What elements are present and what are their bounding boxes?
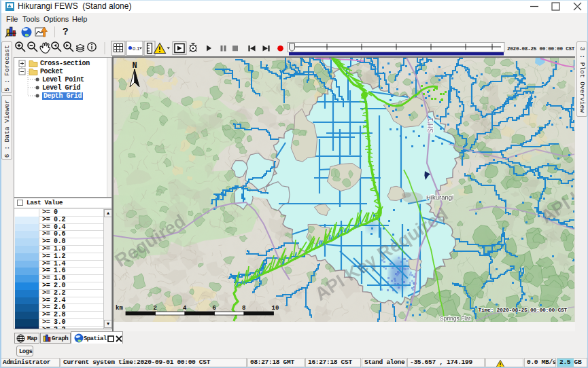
svg-text:Springs Flat: Springs Flat (440, 315, 471, 322)
svg-text:10: 10 (272, 305, 279, 312)
svg-text:Time: 2020-08-25 00:00:00 CST: Time: 2020-08-25 00:00:00 CST (478, 307, 567, 313)
svg-text:2020-08-25 00:00:00 CST: 2020-08-25 00:00:00 CST (507, 46, 575, 52)
svg-text:6: 6 (213, 305, 216, 312)
svg-text:8: 8 (242, 305, 245, 312)
svg-text:0.1: 0.1 (133, 45, 139, 52)
svg-text:N: N (132, 61, 137, 71)
svg-text:Hikurangi: Hikurangi (426, 194, 453, 201)
svg-text:SH 1: SH 1 (427, 117, 434, 133)
svg-text:km: km (116, 305, 123, 312)
svg-text:2: 2 (154, 305, 157, 312)
svg-text:4: 4 (183, 305, 187, 312)
